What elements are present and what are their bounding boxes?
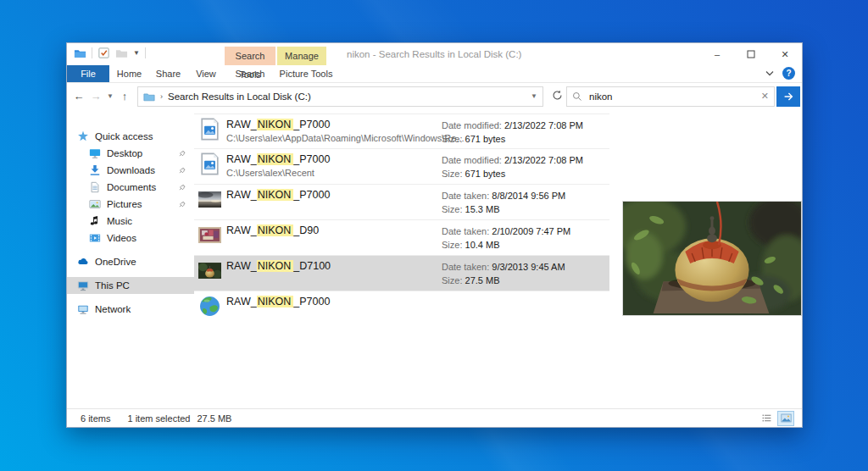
ribbon-tab[interactable]: View bbox=[187, 65, 225, 82]
sidebar-item-label: Videos bbox=[107, 233, 136, 243]
sidebar-item[interactable]: Desktop bbox=[67, 145, 194, 162]
desktop-background: ▼ Search Tools Manage nikon - Search Res… bbox=[0, 0, 868, 471]
address-dropdown-chevron-icon[interactable]: ▼ bbox=[531, 92, 537, 100]
sidebar-item[interactable]: Network bbox=[67, 301, 194, 318]
tab-file[interactable]: File bbox=[67, 65, 109, 82]
ribbon-tab[interactable]: Picture Tools bbox=[275, 65, 337, 82]
file-name: RAW_NIKON_P7000 bbox=[226, 118, 465, 132]
title-bar: ▼ Search Tools Manage nikon - Search Res… bbox=[67, 43, 802, 65]
items-count: 6 items bbox=[81, 413, 110, 424]
ribbon-tab-row: File HomeShareViewSearchPicture Tools ? bbox=[67, 65, 802, 83]
sidebar-item[interactable]: Documents bbox=[67, 179, 194, 196]
ribbon-right-controls: ? bbox=[765, 67, 795, 80]
ribbon-tabs: HomeShareViewSearchPicture Tools bbox=[109, 65, 337, 82]
file-icon bbox=[198, 295, 221, 327]
clear-search-icon[interactable]: ✕ bbox=[761, 91, 769, 102]
file-row[interactable]: RAW_NIKON_P7000 C:\Users\alex\AppData\Ro… bbox=[194, 114, 609, 149]
search-go-button[interactable] bbox=[776, 86, 800, 107]
file-path: C:\Users\alex\AppData\Roaming\Microsoft\… bbox=[226, 132, 465, 145]
ribbon-tab[interactable]: Home bbox=[109, 65, 149, 82]
file-name: RAW_NIKON_P7000 bbox=[226, 295, 330, 309]
search-match-highlight: NIKON bbox=[257, 119, 294, 130]
sidebar-item-label: This PC bbox=[95, 280, 130, 291]
status-bar: 6 items 1 item selected 27.5 MB bbox=[67, 408, 802, 427]
file-metadata: Date modified: 2/13/2022 7:08 PM Size: 6… bbox=[442, 119, 583, 146]
sidebar-item-icon bbox=[89, 198, 101, 210]
sidebar-item-icon bbox=[77, 130, 89, 142]
search-icon bbox=[572, 91, 582, 102]
pin-icon bbox=[178, 166, 186, 175]
file-metadata: Date taken: 8/8/2014 9:56 PM Size: 15.3 … bbox=[442, 189, 565, 216]
selected-count: 1 item selected bbox=[127, 413, 190, 424]
customize-toolbar-caret-icon[interactable]: ▼ bbox=[133, 47, 140, 59]
sidebar-item-label: Documents bbox=[107, 182, 156, 192]
refresh-icon[interactable] bbox=[548, 89, 566, 104]
ribbon-tab[interactable]: Share bbox=[149, 65, 187, 82]
sidebar-item[interactable]: This PC bbox=[67, 277, 194, 294]
sidebar-item-icon bbox=[77, 256, 89, 268]
search-input[interactable] bbox=[587, 91, 756, 103]
sidebar-item-icon bbox=[89, 215, 101, 227]
sidebar-item-icon bbox=[77, 280, 89, 291]
file-name: RAW_NIKON_D90 bbox=[226, 224, 319, 238]
file-metadata: Date modified: 2/13/2022 7:08 PM Size: 6… bbox=[442, 153, 583, 180]
address-breadcrumb[interactable]: › Search Results in Local Disk (C:) ▼ bbox=[137, 86, 543, 107]
window-controls: – ✕ bbox=[700, 43, 802, 65]
sidebar-item-icon bbox=[77, 303, 89, 315]
contextual-tab-search-tools[interactable]: Search Tools bbox=[225, 47, 275, 65]
file-row[interactable]: RAW_NIKON_P7000 Date taken: 8/8/2014 9:5… bbox=[194, 185, 609, 220]
up-button[interactable]: ↑ bbox=[116, 90, 133, 103]
sidebar-item-label: Pictures bbox=[107, 199, 142, 209]
file-icon bbox=[198, 259, 221, 291]
search-folder-icon bbox=[143, 91, 155, 103]
window-title: nikon - Search Results in Local Disk (C:… bbox=[347, 49, 521, 59]
details-view-icon[interactable] bbox=[759, 412, 774, 425]
sidebar-item-label: Quick access bbox=[95, 131, 153, 141]
minimize-button[interactable]: – bbox=[700, 43, 734, 65]
sidebar-item[interactable]: Music bbox=[67, 213, 194, 230]
maximize-button[interactable] bbox=[734, 43, 768, 65]
breadcrumb-location[interactable]: Search Results in Local Disk (C:) bbox=[168, 91, 311, 102]
ribbon-tab[interactable]: Search bbox=[225, 65, 275, 82]
sidebar-item[interactable]: OneDrive bbox=[67, 253, 194, 270]
file-path: C:\Users\alex\Recent bbox=[226, 167, 330, 180]
search-match-highlight: NIKON bbox=[257, 224, 294, 236]
sidebar-item[interactable]: Videos bbox=[67, 230, 194, 247]
sidebar-item[interactable]: Quick access bbox=[67, 128, 194, 145]
contextual-tab-manage[interactable]: Manage bbox=[277, 47, 326, 65]
expand-ribbon-chevron-icon[interactable] bbox=[765, 70, 774, 76]
file-icon bbox=[198, 188, 221, 219]
search-match-highlight: NIKON bbox=[257, 153, 294, 165]
search-results-list: RAW_NIKON_P7000 C:\Users\alex\AppData\Ro… bbox=[194, 114, 609, 327]
file-metadata: Date taken: 9/3/2013 9:45 AM Size: 27.5 … bbox=[442, 260, 565, 287]
sidebar-item[interactable]: Pictures bbox=[67, 196, 194, 213]
quick-access-toolbar: ▼ bbox=[74, 47, 146, 59]
sidebar-item-label: Network bbox=[95, 304, 131, 314]
file-row[interactable]: RAW_NIKON_P7000 C:\Users\alex\Recent Dat… bbox=[194, 149, 609, 185]
file-icon bbox=[198, 152, 221, 184]
file-row[interactable]: RAW_NIKON_D7100 Date taken: 9/3/2013 9:4… bbox=[194, 256, 609, 291]
back-button[interactable]: ← bbox=[70, 90, 87, 103]
preview-pane-image bbox=[622, 201, 802, 316]
properties-icon[interactable] bbox=[97, 47, 110, 59]
file-explorer-window: ▼ Search Tools Manage nikon - Search Res… bbox=[66, 42, 803, 428]
recent-locations-chevron-icon[interactable]: ▼ bbox=[104, 92, 116, 100]
sidebar-item-icon bbox=[89, 147, 101, 159]
sidebar-item-label: OneDrive bbox=[95, 257, 136, 267]
file-row[interactable]: RAW_NIKON_D90 Date taken: 2/10/2009 7:47… bbox=[194, 220, 609, 256]
close-button[interactable]: ✕ bbox=[768, 43, 802, 65]
selected-size: 27.5 MB bbox=[197, 413, 231, 424]
forward-button[interactable]: → bbox=[87, 90, 104, 103]
new-folder-icon[interactable] bbox=[115, 47, 128, 59]
file-icon bbox=[198, 118, 221, 148]
file-row[interactable]: RAW_NIKON_P7000 bbox=[194, 291, 609, 327]
help-icon[interactable]: ? bbox=[782, 67, 795, 80]
pin-icon bbox=[178, 200, 186, 208]
large-icons-view-icon[interactable] bbox=[778, 412, 793, 425]
sidebar-item-label: Downloads bbox=[107, 165, 155, 175]
sidebar-item-icon bbox=[89, 164, 101, 176]
search-box[interactable]: ✕ bbox=[566, 86, 775, 107]
content-area: Quick access Desktop Downloads bbox=[67, 109, 802, 409]
sidebar-item[interactable]: Downloads bbox=[67, 162, 194, 179]
file-icon bbox=[198, 224, 221, 255]
